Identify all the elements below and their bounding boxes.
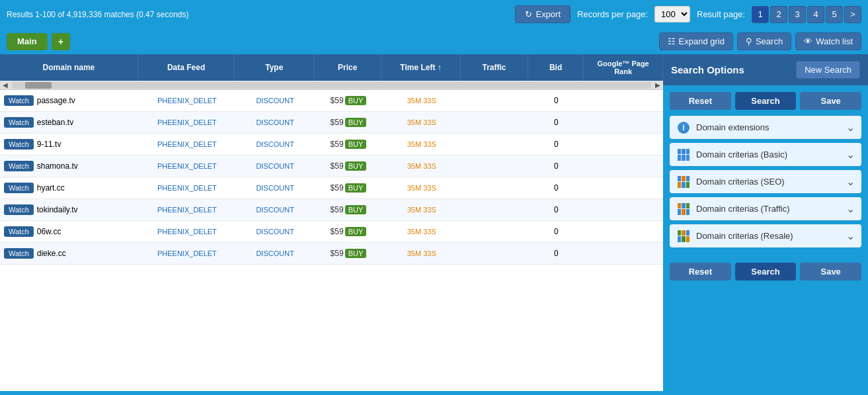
export-button[interactable]: ↻ Export <box>515 5 571 23</box>
accordion-header-domain-traffic[interactable]: Domain criterias (Traffic) ⌄ <box>670 197 861 220</box>
cell-type: DISCOUNT <box>235 179 315 197</box>
page-3-button[interactable]: 3 <box>789 6 806 23</box>
page-1-button[interactable]: 1 <box>752 6 769 23</box>
cell-google <box>584 226 663 237</box>
cell-timeleft: 35M 33S <box>382 200 461 219</box>
buy-button[interactable]: BUY <box>345 183 367 193</box>
cell-price: $59 BUY <box>315 112 382 132</box>
price-value: $59 <box>331 118 344 127</box>
cell-domain: Watch 9-11.tv <box>0 134 139 155</box>
table-row: Watch dieke.cc PHEENIX_DELET DISCOUNT $5… <box>0 243 663 265</box>
cell-price: $59 BUY <box>315 222 382 241</box>
accordion-label-domain-basic: Domain criterias (Basic) <box>696 150 841 159</box>
buy-button[interactable]: BUY <box>345 249 367 258</box>
accordion-label-domain-seo: Domain criterias (SEO) <box>696 177 841 187</box>
cell-feed: PHEENIX_DELET <box>139 244 236 263</box>
watch-button[interactable]: Watch <box>4 95 34 106</box>
cell-google <box>584 117 663 128</box>
scroll-left-arrow[interactable]: ◀ <box>0 81 11 89</box>
accordion-label-domain-extensions: Domain extensions <box>696 122 841 132</box>
price-value: $59 <box>331 205 344 214</box>
accordion-header-domain-resale[interactable]: Domain criterias (Resale) ⌄ <box>670 224 861 247</box>
eye-icon: 👁 <box>804 36 812 46</box>
table-row: Watch 06w.cc PHEENIX_DELET DISCOUNT $59 … <box>0 221 663 243</box>
buy-button[interactable]: BUY <box>345 227 367 236</box>
save-button-top[interactable]: Save <box>800 92 861 110</box>
domain-name: 06w.cc <box>37 227 61 236</box>
scroll-track[interactable] <box>12 82 651 89</box>
cell-traffic <box>461 204 529 215</box>
page-2-button[interactable]: 2 <box>770 6 787 23</box>
cell-feed: PHEENIX_DELET <box>139 113 236 132</box>
price-value: $59 <box>331 140 344 149</box>
main-tab[interactable]: Main <box>7 33 48 50</box>
cell-domain: Watch 06w.cc <box>0 221 139 242</box>
page-4-button[interactable]: 4 <box>807 6 824 23</box>
add-tab-button[interactable]: + <box>52 33 70 50</box>
price-value: $59 <box>331 96 344 105</box>
watch-button[interactable]: Watch <box>4 161 34 171</box>
scroll-thumb[interactable] <box>25 82 52 89</box>
page-5-button[interactable]: 5 <box>826 6 843 23</box>
watch-button[interactable]: Watch <box>4 117 34 128</box>
cell-bid: 0 <box>528 156 584 176</box>
cell-traffic <box>461 226 529 237</box>
watch-button[interactable]: Watch <box>4 204 34 215</box>
second-bar: Main + ☷ Expand grid ⚲ Search 👁 Watch li… <box>0 28 868 54</box>
accordion-header-domain-seo[interactable]: Domain criterias (SEO) ⌄ <box>670 170 861 193</box>
column-header-timeleft: Time Left ↑ <box>381 54 461 81</box>
records-per-page-select[interactable]: 100 50 200 <box>654 6 690 22</box>
price-value: $59 <box>331 183 344 193</box>
watch-button[interactable]: Watch <box>4 248 34 259</box>
horizontal-scrollbar[interactable]: ◀ ▶ <box>0 81 663 90</box>
search-button-bottom[interactable]: Search <box>735 263 797 281</box>
buy-button[interactable]: BUY <box>345 161 367 171</box>
price-value: $59 <box>331 227 344 236</box>
buy-button[interactable]: BUY <box>345 118 367 127</box>
table-row: Watch tokindaily.tv PHEENIX_DELET DISCOU… <box>0 199 663 221</box>
main-layout: Domain name Data Feed Type Price Time Le… <box>0 54 868 391</box>
accordion-domain-seo: Domain criterias (SEO) ⌄ <box>670 170 861 193</box>
cell-price: $59 BUY <box>315 243 382 263</box>
cell-type: DISCOUNT <box>235 200 315 219</box>
cell-feed: PHEENIX_DELET <box>139 179 236 197</box>
cell-google <box>584 248 663 259</box>
page-next-button[interactable]: > <box>844 6 861 23</box>
cell-price: $59 BUY <box>315 91 382 110</box>
watch-button[interactable]: Watch <box>4 139 34 150</box>
table-body: Watch passage.tv PHEENIX_DELET DISCOUNT … <box>0 90 663 391</box>
records-per-page-label: Records per page: <box>577 9 648 19</box>
cell-feed: PHEENIX_DELET <box>139 200 236 219</box>
buy-button[interactable]: BUY <box>345 96 367 105</box>
new-search-button[interactable]: New Search <box>796 61 860 79</box>
search-button[interactable]: ⚲ Search <box>737 32 791 50</box>
watch-button[interactable]: Watch <box>4 183 34 193</box>
cell-type: DISCOUNT <box>235 244 315 263</box>
cell-bid: 0 <box>528 222 584 241</box>
buy-button[interactable]: BUY <box>345 140 367 149</box>
accordion-header-domain-basic[interactable]: Domain criterias (Basic) ⌄ <box>670 143 861 166</box>
buy-button[interactable]: BUY <box>345 205 367 214</box>
table-area: Domain name Data Feed Type Price Time Le… <box>0 54 663 391</box>
domain-basic-icon <box>676 149 691 161</box>
table-row: Watch esteban.tv PHEENIX_DELET DISCOUNT … <box>0 112 663 134</box>
cell-domain: Watch tokindaily.tv <box>0 199 139 220</box>
results-text: Results 1-100 of 4,919,336 matches (0.47… <box>7 10 189 19</box>
reset-button-bottom[interactable]: Reset <box>670 263 731 281</box>
expand-grid-button[interactable]: ☷ Expand grid <box>659 32 733 50</box>
top-bar: Results 1-100 of 4,919,336 matches (0.47… <box>0 0 868 28</box>
price-value: $59 <box>331 161 344 171</box>
watch-button[interactable]: Watch <box>4 226 34 237</box>
search-button-top[interactable]: Search <box>735 92 797 110</box>
cell-price: $59 BUY <box>315 156 382 176</box>
accordion-domain-basic: Domain criterias (Basic) ⌄ <box>670 143 861 166</box>
watchlist-button[interactable]: 👁 Watch list <box>795 32 861 50</box>
scroll-right-arrow[interactable]: ▶ <box>652 81 663 89</box>
accordion-header-domain-extensions[interactable]: i Domain extensions ⌄ <box>670 116 861 139</box>
reset-button-top[interactable]: Reset <box>670 92 731 110</box>
save-button-bottom[interactable]: Save <box>800 263 861 281</box>
column-header-google: Google™ Page Rank <box>584 54 663 81</box>
cell-timeleft: 35M 33S <box>382 113 461 132</box>
domain-name: dieke.cc <box>37 249 66 258</box>
cell-traffic <box>461 95 529 106</box>
